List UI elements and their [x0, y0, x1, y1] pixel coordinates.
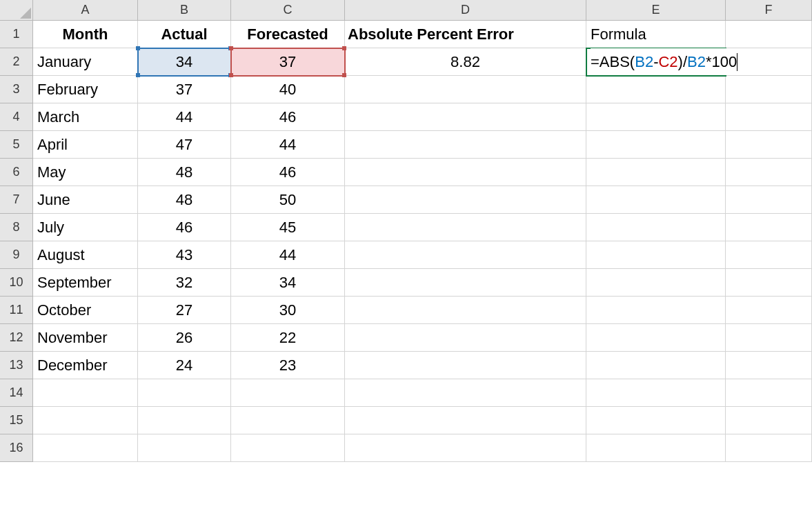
row-header-15[interactable]: 15: [0, 407, 33, 434]
row-header-14[interactable]: 14: [0, 379, 33, 407]
cell-D6[interactable]: [345, 159, 586, 186]
cell-C2[interactable]: 37: [231, 48, 345, 76]
cell-A10[interactable]: September: [33, 269, 138, 297]
cell-F14[interactable]: [726, 379, 812, 407]
cell-A1[interactable]: Month: [33, 21, 138, 48]
cell-A4[interactable]: March: [33, 103, 138, 131]
cell-E12[interactable]: [586, 324, 726, 352]
cell-A6[interactable]: May: [33, 159, 138, 186]
cell-A9[interactable]: August: [33, 241, 138, 269]
cell-D7[interactable]: [345, 186, 586, 214]
row-header-2[interactable]: 2: [0, 48, 33, 76]
row-header-11[interactable]: 11: [0, 297, 33, 324]
row-header-1[interactable]: 1: [0, 21, 33, 48]
cell-F9[interactable]: [726, 241, 812, 269]
row-header-8[interactable]: 8: [0, 214, 33, 241]
cell-F15[interactable]: [726, 407, 812, 434]
cell-A7[interactable]: June: [33, 186, 138, 214]
cell-B12[interactable]: 26: [138, 324, 231, 352]
cell-A8[interactable]: July: [33, 214, 138, 241]
cell-A3[interactable]: February: [33, 76, 138, 103]
cell-E6[interactable]: [586, 159, 726, 186]
cell-C3[interactable]: 40: [231, 76, 345, 103]
cell-C12[interactable]: 22: [231, 324, 345, 352]
cell-C15[interactable]: [231, 407, 345, 434]
cell-C14[interactable]: [231, 379, 345, 407]
cell-B4[interactable]: 44: [138, 103, 231, 131]
cell-F8[interactable]: [726, 214, 812, 241]
cell-B8[interactable]: 46: [138, 214, 231, 241]
cell-D16[interactable]: [345, 434, 586, 462]
cell-F7[interactable]: [726, 186, 812, 214]
cell-A16[interactable]: [33, 434, 138, 462]
cell-D10[interactable]: [345, 269, 586, 297]
cell-E5[interactable]: [586, 131, 726, 159]
cell-B14[interactable]: [138, 379, 231, 407]
cell-E3[interactable]: [586, 76, 726, 103]
row-header-4[interactable]: 4: [0, 103, 33, 131]
cell-B6[interactable]: 48: [138, 159, 231, 186]
cell-F13[interactable]: [726, 352, 812, 379]
col-header-F[interactable]: F: [726, 0, 812, 21]
cell-B16[interactable]: [138, 434, 231, 462]
cell-E13[interactable]: [586, 352, 726, 379]
row-header-12[interactable]: 12: [0, 324, 33, 352]
cell-D13[interactable]: [345, 352, 586, 379]
cell-D9[interactable]: [345, 241, 586, 269]
cell-D5[interactable]: [345, 131, 586, 159]
row-header-3[interactable]: 3: [0, 76, 33, 103]
col-header-D[interactable]: D: [345, 0, 586, 21]
cell-C10[interactable]: 34: [231, 269, 345, 297]
cell-D14[interactable]: [345, 379, 586, 407]
cell-A2[interactable]: January: [33, 48, 138, 76]
cell-E9[interactable]: [586, 241, 726, 269]
cell-C11[interactable]: 30: [231, 297, 345, 324]
row-header-13[interactable]: 13: [0, 352, 33, 379]
cell-C1[interactable]: Forecasted: [231, 21, 345, 48]
cell-E2[interactable]: =ABS(B2-C2)/B2*100: [586, 48, 726, 76]
spreadsheet-grid[interactable]: A B C D E F 1 Month Actual Forecasted Ab…: [0, 0, 812, 462]
row-header-16[interactable]: 16: [0, 434, 33, 462]
cell-B15[interactable]: [138, 407, 231, 434]
formula-editor[interactable]: =ABS(B2-C2)/B2*100: [591, 48, 811, 75]
cell-B10[interactable]: 32: [138, 269, 231, 297]
cell-A11[interactable]: October: [33, 297, 138, 324]
col-header-C[interactable]: C: [231, 0, 345, 21]
cell-A12[interactable]: November: [33, 324, 138, 352]
row-header-6[interactable]: 6: [0, 159, 33, 186]
cell-B13[interactable]: 24: [138, 352, 231, 379]
cell-A14[interactable]: [33, 379, 138, 407]
cell-E8[interactable]: [586, 214, 726, 241]
cell-E14[interactable]: [586, 379, 726, 407]
cell-F11[interactable]: [726, 297, 812, 324]
cell-F6[interactable]: [726, 159, 812, 186]
cell-A5[interactable]: April: [33, 131, 138, 159]
cell-D1[interactable]: Absolute Percent Error: [345, 21, 586, 48]
cell-D4[interactable]: [345, 103, 586, 131]
row-header-10[interactable]: 10: [0, 269, 33, 297]
cell-F1[interactable]: [726, 21, 812, 48]
cell-E16[interactable]: [586, 434, 726, 462]
cell-D8[interactable]: [345, 214, 586, 241]
cell-B7[interactable]: 48: [138, 186, 231, 214]
cell-C13[interactable]: 23: [231, 352, 345, 379]
cell-F5[interactable]: [726, 131, 812, 159]
cell-D15[interactable]: [345, 407, 586, 434]
cell-A15[interactable]: [33, 407, 138, 434]
cell-B11[interactable]: 27: [138, 297, 231, 324]
cell-E1[interactable]: Formula: [586, 21, 726, 48]
cell-E15[interactable]: [586, 407, 726, 434]
row-header-7[interactable]: 7: [0, 186, 33, 214]
cell-C9[interactable]: 44: [231, 241, 345, 269]
col-header-A[interactable]: A: [33, 0, 138, 21]
cell-E4[interactable]: [586, 103, 726, 131]
cell-E7[interactable]: [586, 186, 726, 214]
cell-C7[interactable]: 50: [231, 186, 345, 214]
cell-A13[interactable]: December: [33, 352, 138, 379]
select-all-corner[interactable]: [0, 0, 33, 21]
cell-D2[interactable]: 8.82: [345, 48, 586, 76]
cell-C5[interactable]: 44: [231, 131, 345, 159]
cell-C8[interactable]: 45: [231, 214, 345, 241]
cell-D11[interactable]: [345, 297, 586, 324]
cell-D3[interactable]: [345, 76, 586, 103]
